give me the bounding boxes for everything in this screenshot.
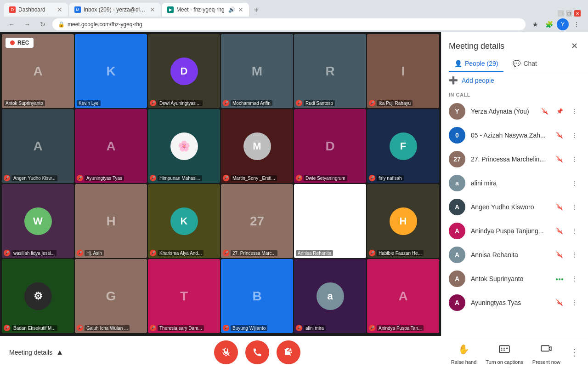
person-more-button[interactable]: ⋮	[568, 153, 581, 166]
person-name: Anindya Puspa Tanjung...	[471, 227, 548, 235]
side-panel-close-button[interactable]: ✕	[568, 40, 581, 52]
forward-button[interactable]: →	[21, 18, 33, 30]
back-button[interactable]: ←	[6, 18, 17, 30]
tab-close-dashboard[interactable]: ✕	[57, 6, 62, 13]
person-more-button[interactable]: ⋮	[568, 201, 581, 213]
video-grid: AAntok SuprinyantoKKevin LyeD🎤Dewi Ayuni…	[0, 32, 441, 336]
svg-rect-13	[506, 347, 508, 348]
person-name: 27. Princessa Marchelin...	[471, 155, 548, 163]
maximize-button[interactable]: ▢	[566, 10, 572, 17]
tab-meet[interactable]: ▶ Meet - fhz-ygeq-rhg 🔊 ✕	[162, 3, 249, 17]
tab-dashboard[interactable]: D Dashboard ✕	[4, 3, 68, 17]
camera-button[interactable]	[277, 340, 300, 364]
video-cell: KKevin Lye	[75, 34, 147, 108]
person-more-button[interactable]: ⋮	[568, 296, 581, 309]
tab-close-inbox[interactable]: ✕	[150, 6, 155, 13]
person-more-button[interactable]: ⋮	[568, 177, 581, 190]
video-cell: a🎤alini mira	[294, 259, 366, 333]
tab-mute-icon[interactable]: 🔊	[228, 6, 235, 13]
video-cell-nameplate: 🎤Angen Yudho Kisw...	[4, 175, 57, 181]
lock-icon: 🔒	[58, 21, 65, 28]
main-layout: REC AAntok SuprinyantoKKevin LyeD🎤Dewi A…	[0, 32, 588, 336]
person-mute-icon	[538, 105, 551, 118]
address-bar: ← → ↻ 🔒 meet.google.com/fhz-ygeq-rhg ★ 🧩…	[0, 17, 588, 32]
person-actions: ⋮	[553, 201, 581, 213]
svg-rect-11	[501, 350, 502, 351]
video-cell-nameplate: 🎤firly nafisah	[369, 175, 404, 181]
menu-button[interactable]: ⋮	[571, 18, 582, 30]
tab-people[interactable]: 👤 People (29)	[449, 56, 503, 72]
people-icon: 👤	[454, 60, 462, 67]
person-pin-icon[interactable]: 📌	[553, 105, 566, 118]
video-cell: W🎤wasillah lidya jessi...	[2, 184, 74, 258]
person-actions: ●●●⋮	[553, 272, 581, 285]
raise-hand-icon: ✋	[454, 340, 473, 358]
video-cell-nameplate: 🎤Theresia sary Dam...	[150, 325, 204, 331]
rec-dot	[10, 40, 15, 45]
video-cell-nameplate: 🎤Buyung Wijianto	[223, 325, 267, 331]
video-cell-nameplate: 🎤Ika Puji Rahayu	[369, 100, 413, 106]
close-button[interactable]: ✕	[574, 10, 581, 17]
video-cell-nameplate: Annisa Rehanita	[296, 250, 333, 256]
video-cell: A🎤Ayuningtyas Tyas	[75, 109, 147, 183]
video-cell: K🎤Kharisma Alya And...	[148, 184, 220, 258]
video-cell-nameplate: Antok Suprinyanto	[4, 100, 45, 106]
person-mute-icon	[553, 153, 566, 166]
video-cell: I🎤Ika Puji Rahayu	[367, 34, 439, 108]
more-options-button[interactable]: ⋮	[570, 347, 579, 358]
person-more-button[interactable]: ⋮	[568, 272, 581, 285]
person-actions: ⋮	[568, 177, 581, 190]
tab-bar: D Dashboard ✕ M Inbox (209) - yerza@dina…	[0, 0, 588, 17]
tab-chat[interactable]: 💬 Chat	[507, 56, 543, 72]
video-cell-nameplate: 🎤Galuh Icha Wulan ...	[77, 325, 130, 331]
person-item: AAnnisa Rehanita⋮	[441, 243, 588, 267]
video-cell: ⚙🎤Badan Eksekutif M...	[2, 259, 74, 333]
profile-button[interactable]: Y	[557, 18, 569, 30]
tab-close-meet[interactable]: ✕	[238, 6, 243, 13]
person-actions: ⋮	[553, 248, 581, 261]
present-now-button[interactable]: Present now	[532, 340, 560, 365]
person-name: Annisa Rehanita	[471, 251, 548, 259]
captions-button[interactable]: Turn on captions	[486, 340, 523, 365]
video-cell: M🎤Martin_Sony _Ersti...	[221, 109, 293, 183]
svg-rect-14	[542, 345, 549, 351]
video-cell-nameplate: 🎤Badan Eksekutif M...	[4, 325, 57, 331]
browser-actions: ★ 🧩 Y ⋮	[529, 18, 582, 30]
video-cell: H🎤Habibie Fauzan He...	[367, 184, 439, 258]
person-calling-indicator: ●●●	[553, 272, 566, 285]
video-cell-nameplate: 🎤Mochammad Arifin	[223, 100, 272, 106]
video-cell: A🎤Anindya Puspa Tan...	[367, 259, 439, 333]
bookmark-button[interactable]: ★	[529, 18, 541, 30]
video-cell: D🎤Dewi Ayuningtyas ...	[148, 34, 220, 108]
svg-rect-10	[503, 347, 505, 348]
side-panel-title: Meeting details	[449, 41, 504, 51]
person-more-button[interactable]: ⋮	[568, 105, 581, 118]
person-mute-icon	[553, 296, 566, 309]
add-people-button[interactable]: ➕ Add people	[441, 72, 588, 88]
tab-inbox[interactable]: M Inbox (209) - yerza@dinamika.ac... ✕	[69, 3, 161, 17]
video-cell: R🎤Rudi Santoso	[294, 34, 366, 108]
svg-rect-8	[499, 345, 509, 352]
person-item: AAntok Suprinyanto●●●⋮	[441, 267, 588, 291]
person-item: YYerza Adynata (You)📌⋮	[441, 99, 588, 123]
browser-chrome: D Dashboard ✕ M Inbox (209) - yerza@dina…	[0, 0, 588, 32]
video-area: REC AAntok SuprinyantoKKevin LyeD🎤Dewi A…	[0, 32, 441, 336]
person-more-button[interactable]: ⋮	[568, 224, 581, 237]
person-more-button[interactable]: ⋮	[568, 248, 581, 261]
person-more-button[interactable]: ⋮	[568, 129, 581, 142]
mute-button[interactable]	[214, 340, 238, 364]
people-list: YYerza Adynata (You)📌⋮005 - Azizah Nasyw…	[441, 99, 588, 336]
extensions-button[interactable]: 🧩	[543, 18, 555, 30]
refresh-button[interactable]: ↻	[37, 18, 49, 30]
minimize-button[interactable]: —	[558, 10, 564, 17]
raise-hand-button[interactable]: ✋ Raise hand	[451, 340, 477, 365]
person-name: Ayuningtyas Tyas	[471, 299, 548, 306]
video-cell: 🌸🎤Himpunan Mahasi...	[148, 109, 220, 183]
url-bar[interactable]: 🔒 meet.google.com/fhz-ygeq-rhg	[52, 18, 526, 30]
video-cell-nameplate: 🎤Dwie Setyaningrum	[296, 175, 347, 181]
video-cell-nameplate: 🎤Ayuningtyas Tyas	[77, 175, 124, 181]
end-call-button[interactable]	[245, 340, 269, 364]
new-tab-button[interactable]: +	[250, 4, 263, 17]
chat-icon: 💬	[513, 60, 520, 67]
meeting-details-toggle[interactable]: Meeting details ▲	[9, 348, 63, 356]
